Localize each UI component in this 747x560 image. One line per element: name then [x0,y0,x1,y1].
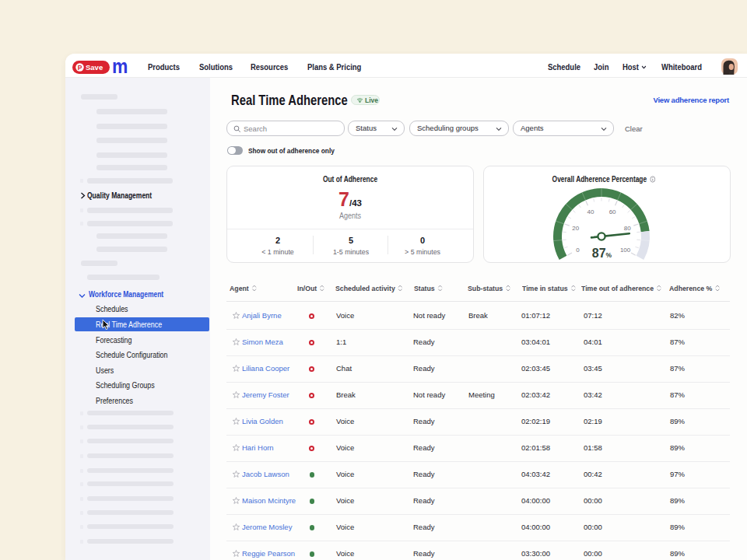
svg-text:0: 0 [576,247,580,254]
svg-text:100: 100 [620,247,631,254]
svg-text:87%: 87% [592,247,612,260]
svg-text:60: 60 [609,208,616,215]
svg-text:20: 20 [572,225,579,232]
svg-text:40: 40 [587,208,594,215]
svg-text:80: 80 [624,225,631,232]
svg-text:P: P [78,63,82,71]
